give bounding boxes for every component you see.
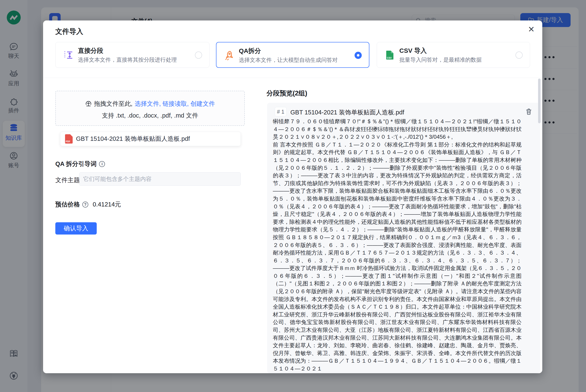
rocket-orange-icon — [224, 50, 235, 60]
preview-heading: 分段预览(2组) — [267, 89, 307, 98]
mode-title: QA拆分 — [239, 47, 261, 55]
csv-green-file-icon: CSV — [385, 50, 395, 60]
dropzone-link[interactable]: 选择文件 — [135, 100, 159, 107]
radio-direct-segment[interactable] — [195, 52, 202, 59]
section-divider — [43, 78, 542, 78]
chunk-text: 犐犆犛７９．０６０犆犆犛犅７０!"＃＄％＆''()＊犌犅／犜１５１０４—２０２１… — [273, 118, 521, 373]
mode-title: 直接分段 — [78, 46, 103, 55]
qa-prompt-label: QA 拆分引导词 — [55, 160, 97, 168]
dropzone-link[interactable]: 链接读取 — [163, 100, 187, 107]
confirm-import-button[interactable]: 确认导入 — [55, 222, 97, 234]
preview-paragraph: 前 言本文件按照 ＧＢ／Ｔ１．１—２０２０《标准化工作导则 第１部分：标准化文件… — [273, 141, 521, 372]
chunk-file-name: GBT 15104-2021 装饰单板贴面人造板.pdf — [290, 108, 404, 117]
file-dropzone[interactable]: 拖拽文件至此, 选择文件, 链接读取, 创建文件 支持 .txt, .doc, … — [55, 91, 245, 126]
upload-icon — [85, 100, 92, 107]
mode-title: CSV 导入 — [399, 46, 427, 55]
scrollbar-thumb[interactable] — [538, 78, 540, 123]
dropzone-support-text: 支持 .txt, .doc, .docx, .pdf, .md 文件 — [56, 112, 244, 120]
pdf-file-icon: PDF — [65, 134, 73, 144]
uploaded-file-name: GBT 15104-2021 装饰单板贴面人造板.pdf — [76, 135, 190, 143]
mode-desc: 批量导入问答对，是最精准的数据 — [399, 56, 482, 64]
chunk-index-badge: # 1 — [275, 107, 287, 116]
radio-csv-import[interactable] — [515, 52, 523, 59]
preview-paragraph: 装饰单板贴面人造板１ 范围本文件规定了装饰单板贴面人造板的术语和定义、分类、要求… — [273, 372, 521, 373]
file-import-modal: 文件导入 ✕ 直接分段 选择文本文件，直接将其按分段进行处理 QA拆分 选择文本… — [43, 20, 542, 373]
dropzone-link[interactable]: 创建文件 — [191, 100, 215, 107]
info-icon[interactable]: i — [99, 161, 105, 167]
preview-chunk-card: # 1 GBT 15104-2021 装饰单板贴面人造板.pdf 犐犆犛７９．０… — [267, 103, 540, 373]
radio-qa-split[interactable] — [355, 52, 362, 59]
uploaded-file-item[interactable]: PDF GBT 15104-2021 装饰单板贴面人造板.pdf — [60, 132, 241, 146]
mode-desc: 选择文本文件，让大模型自动生成问答对 — [239, 56, 338, 64]
mode-card-direct-segment[interactable]: 直接分段 选择文本文件，直接将其按分段进行处理 — [55, 42, 210, 68]
delete-chunk-icon[interactable] — [525, 108, 532, 116]
segment-purple-icon — [63, 50, 74, 60]
help-icon[interactable]: ? — [82, 202, 88, 208]
qa-prompt-label-row: QA 拆分引导词 i — [55, 160, 105, 168]
close-icon[interactable]: ✕ — [525, 24, 537, 35]
topic-label: 文件主题 — [55, 176, 80, 184]
price-value: 0.41214元 — [93, 200, 121, 209]
dropzone-drag-text: 拖拽文件至此, — [94, 100, 132, 108]
topic-input[interactable] — [79, 172, 241, 186]
screen: 聊天 应用 插件 知识库 — [0, 0, 586, 392]
dropzone-links: 选择文件, 链接读取, 创建文件 — [135, 100, 215, 108]
mode-desc: 选择文本文件，直接将其按分段进行处理 — [78, 56, 177, 64]
mode-card-qa-split[interactable]: QA拆分 选择文本文件，让大模型自动生成问答对 — [216, 42, 369, 68]
svg-text:CSV: CSV — [387, 56, 392, 59]
price-label: 预估价格 — [55, 200, 80, 209]
topic-input-wrap — [79, 172, 241, 186]
price-row: 预估价格 ? — [55, 200, 88, 209]
preview-paragraph: 犐犆犛７９．０６０犆犆犛犅７０!"＃＄％＆''()＊犌犅／犜１５１０４—２０２１… — [273, 118, 521, 141]
modal-title: 文件导入 — [55, 27, 83, 36]
mode-card-csv-import[interactable]: CSV CSV 导入 批量导入问答对，是最精准的数据 — [377, 42, 530, 68]
